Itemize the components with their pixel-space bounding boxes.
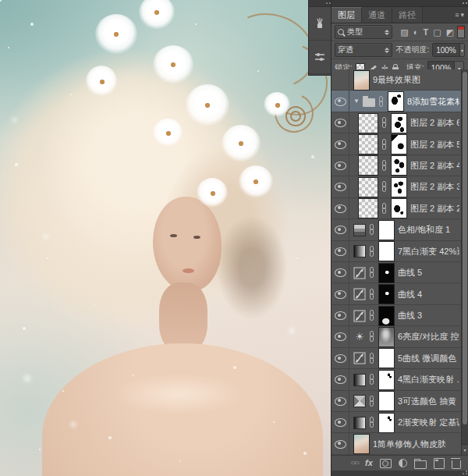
tab-channels[interactable]: 通道 <box>362 7 392 23</box>
layer-thumbnail[interactable] <box>358 177 378 197</box>
filter-toggle-switch[interactable] <box>457 26 465 38</box>
visibility-toggle[interactable] <box>332 348 349 369</box>
mask-link-icon[interactable] <box>369 330 375 343</box>
filter-type-layers-icon[interactable]: T <box>423 28 428 37</box>
layer-mask-thumbnail[interactable] <box>378 263 395 283</box>
visibility-toggle[interactable] <box>332 326 349 347</box>
layer-row[interactable]: 色相/饱和度 1 <box>332 219 462 240</box>
tab-layers[interactable]: 图层 <box>332 7 362 23</box>
mask-link-icon[interactable] <box>381 116 388 130</box>
layer-row[interactable]: 曲线 3 <box>332 305 462 326</box>
panel-menu-button[interactable]: ≡▾ <box>451 7 468 23</box>
layer-mask-thumbnail[interactable] <box>388 91 404 112</box>
visibility-toggle[interactable] <box>332 241 349 262</box>
layer-row[interactable]: 7黑白渐变 42%透… <box>332 241 462 262</box>
layer-styles-icon[interactable]: fx <box>365 459 373 467</box>
tab-paths[interactable]: 路径 <box>392 7 423 23</box>
layer-thumbnail[interactable] <box>353 434 370 454</box>
layer-row[interactable]: 图层 2 副本 2 <box>332 198 462 219</box>
gradient-adjustment-icon[interactable] <box>353 245 366 258</box>
filter-smart-objects-icon[interactable]: ◩ <box>446 28 454 37</box>
layer-mask-thumbnail[interactable] <box>378 284 395 304</box>
layer-thumbnail[interactable] <box>358 198 378 218</box>
layer-row[interactable]: ☀ 6亮度/对比度 控… <box>332 326 462 347</box>
filter-pixel-layers-icon[interactable]: ▨ <box>400 28 408 37</box>
gradient-map-adjustment-icon[interactable] <box>353 374 366 386</box>
mask-link-icon[interactable] <box>369 245 375 258</box>
visibility-toggle[interactable] <box>332 198 349 219</box>
curves-adjustment-icon[interactable] <box>353 267 366 279</box>
scrollbar-down-arrow[interactable]: ▾ <box>462 444 468 455</box>
layer-row[interactable]: 图层 2 副本 6 <box>332 112 462 133</box>
panel-resize-grip[interactable] <box>332 471 468 476</box>
curves-adjustment-icon[interactable] <box>353 352 366 364</box>
layer-row[interactable]: 1简单修饰人物皮肤 <box>332 433 462 454</box>
layer-row[interactable]: 9最终效果图 <box>332 69 462 91</box>
tool-presets-panel-button[interactable] <box>309 41 331 74</box>
layer-mask-thumbnail[interactable] <box>391 198 407 218</box>
layer-row[interactable]: 图层 2 副本 5 <box>332 133 462 155</box>
visibility-toggle[interactable] <box>332 412 349 433</box>
layer-thumbnail[interactable] <box>358 113 378 133</box>
mask-link-icon[interactable] <box>381 138 388 151</box>
layer-row[interactable]: 图层 2 副本 4 <box>332 155 462 176</box>
opacity-value[interactable]: 100% <box>433 44 459 56</box>
visibility-toggle[interactable] <box>332 112 349 133</box>
curves-adjustment-icon[interactable] <box>353 288 366 300</box>
curves-adjustment-icon[interactable] <box>353 310 366 322</box>
dock-drag-handle[interactable] <box>309 0 331 7</box>
layer-mask-thumbnail[interactable] <box>391 134 407 155</box>
visibility-toggle[interactable] <box>332 69 349 91</box>
brightness-contrast-adjustment-icon[interactable]: ☀ <box>353 331 366 343</box>
visibility-toggle[interactable] <box>332 433 349 454</box>
mask-link-icon[interactable] <box>378 95 385 108</box>
mask-link-icon[interactable] <box>369 352 375 365</box>
delete-layer-icon[interactable] <box>452 460 461 469</box>
visibility-toggle[interactable] <box>332 133 349 155</box>
layer-mask-thumbnail[interactable] <box>391 177 407 197</box>
mask-link-icon[interactable] <box>369 309 375 322</box>
selective-color-adjustment-icon[interactable] <box>353 395 366 407</box>
mask-link-icon[interactable] <box>369 373 375 386</box>
visibility-toggle[interactable] <box>332 391 349 412</box>
layer-row[interactable]: 3可选颜色 抽黄 <box>332 391 462 412</box>
gradient-map-adjustment-icon[interactable] <box>353 417 366 429</box>
mask-link-icon[interactable] <box>381 202 388 215</box>
visibility-toggle[interactable] <box>332 305 349 326</box>
layer-thumbnail[interactable] <box>358 134 378 155</box>
visibility-toggle[interactable] <box>332 155 349 176</box>
layer-mask-thumbnail[interactable] <box>378 306 395 326</box>
mask-link-icon[interactable] <box>369 266 375 279</box>
layer-mask-thumbnail[interactable] <box>378 370 395 390</box>
mask-link-icon[interactable] <box>369 395 375 408</box>
visibility-toggle[interactable] <box>332 91 349 112</box>
filter-shape-layers-icon[interactable]: ▢ <box>433 28 441 37</box>
scrollbar-thumb[interactable] <box>463 72 467 424</box>
layer-mask-thumbnail[interactable] <box>378 391 395 411</box>
layer-mask-thumbnail[interactable] <box>391 113 407 133</box>
new-group-icon[interactable] <box>414 460 427 469</box>
opacity-field[interactable]: 100% ▾ <box>432 43 465 57</box>
visibility-toggle[interactable] <box>332 219 349 240</box>
filter-adjustment-layers-icon[interactable]: ◐ <box>413 28 419 37</box>
layer-row[interactable]: 2渐变映射 定基调… <box>332 412 462 433</box>
layer-mask-thumbnail[interactable] <box>378 348 395 368</box>
mask-link-icon[interactable] <box>369 288 375 301</box>
visibility-toggle[interactable] <box>332 369 349 390</box>
brush-panel-button[interactable] <box>309 7 331 41</box>
filter-kind-select[interactable]: 类型 <box>335 25 392 39</box>
hue-saturation-adjustment-icon[interactable] <box>353 224 366 236</box>
layer-row-selected[interactable]: ▼ 8添加雪花素材 让… <box>332 91 462 112</box>
new-layer-icon[interactable] <box>434 458 445 469</box>
layer-mask-thumbnail[interactable] <box>378 413 395 433</box>
group-expand-icon[interactable]: ▼ <box>353 98 360 105</box>
layer-row[interactable]: 曲线 5 <box>332 262 462 283</box>
visibility-toggle[interactable] <box>332 283 349 304</box>
visibility-toggle[interactable] <box>332 176 349 197</box>
document-canvas[interactable] <box>0 0 331 476</box>
new-adjustment-layer-icon[interactable] <box>399 459 407 467</box>
mask-link-icon[interactable] <box>369 223 375 236</box>
layer-mask-thumbnail[interactable] <box>378 327 395 347</box>
layer-row[interactable]: 5曲线 微调颜色 <box>332 348 462 369</box>
layer-row[interactable]: 曲线 4 <box>332 283 462 304</box>
